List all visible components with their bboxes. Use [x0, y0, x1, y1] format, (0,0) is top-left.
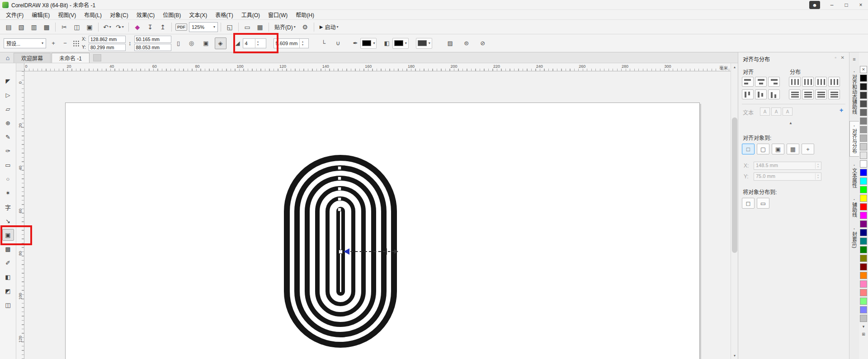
docker-tab-guidelines[interactable]: ▪辅助线: [849, 195, 859, 220]
tool-text[interactable]: 字: [2, 201, 14, 213]
object-width-field[interactable]: 50.165 mm: [134, 36, 171, 43]
undo-button[interactable]: ↶▾: [101, 22, 113, 33]
palette-swatch[interactable]: [860, 83, 867, 90]
palette-swatch[interactable]: [860, 160, 867, 168]
align-right-button[interactable]: [768, 77, 780, 87]
fullscreen-preview-button[interactable]: ◱: [224, 22, 236, 33]
palette-swatch[interactable]: [860, 143, 867, 150]
tool-artistic-media[interactable]: ✑: [2, 145, 14, 157]
doc-tab-welcome[interactable]: 欢迎屏幕: [14, 53, 51, 63]
align-top-button[interactable]: [742, 89, 754, 99]
docker-tab-alignment-dynamic-guides[interactable]: ▪对齐和动态辅助线: [849, 67, 859, 117]
selection-handle[interactable]: [338, 166, 341, 170]
palette-swatch[interactable]: [860, 280, 867, 288]
scrollbar-thumb[interactable]: [732, 117, 737, 253]
tool-outline-pen[interactable]: ◫: [2, 299, 14, 311]
distribute-bottom-edges-button[interactable]: [828, 89, 840, 99]
palette-swatch[interactable]: [860, 186, 867, 193]
x-position-field[interactable]: 128.862 mm: [89, 36, 126, 43]
scroll-up-icon[interactable]: ▴: [731, 63, 738, 70]
distribute-centers-horizontally-button[interactable]: [802, 77, 814, 87]
distribute-to-selection-extent-button[interactable]: ◻: [742, 198, 755, 209]
palette-swatch[interactable]: [860, 263, 867, 270]
offset-spinner[interactable]: ▴▾: [299, 39, 305, 48]
vertical-scrollbar[interactable]: ▴ ▾: [731, 63, 738, 359]
distribute-centers-vertically-button[interactable]: [802, 89, 814, 99]
tool-ellipse[interactable]: ○: [2, 173, 14, 185]
tool-zoom[interactable]: ⊕: [2, 117, 14, 129]
contour-shape[interactable]: [24, 71, 731, 359]
object-origin-selector[interactable]: [72, 40, 79, 47]
docker-flyout-icon[interactable]: ▫: [835, 55, 836, 60]
palette-swatch[interactable]: [860, 126, 867, 133]
palette-swatch[interactable]: [860, 177, 867, 185]
contour-offset-field[interactable]: 5.609 mm ▴▾: [274, 38, 309, 48]
selection-handle[interactable]: [338, 208, 341, 211]
palette-swatch[interactable]: [860, 306, 867, 313]
palette-swatch[interactable]: [860, 255, 867, 262]
palette-swatch[interactable]: [860, 203, 867, 210]
collapse-arrow-icon[interactable]: ▲: [789, 121, 793, 125]
menu-text[interactable]: 文本(X): [185, 9, 211, 20]
distribute-to-page-extent-button[interactable]: ▭: [757, 198, 769, 209]
vertical-ruler[interactable]: 020406080100120: [16, 71, 24, 359]
menu-help[interactable]: 帮助(H): [292, 9, 318, 20]
new-tab-button[interactable]: [93, 54, 101, 61]
menu-edit[interactable]: 编辑(E): [28, 9, 54, 20]
palette-swatch[interactable]: [860, 315, 867, 322]
contour-center-handle[interactable]: [339, 250, 343, 254]
palette-swatch-none[interactable]: ✕: [860, 66, 867, 73]
palette-swatch[interactable]: [860, 272, 867, 279]
miter-corners-button[interactable]: └: [318, 37, 330, 49]
align-to-specified-point-button[interactable]: +: [802, 144, 814, 154]
docker-tab-envelope[interactable]: ▪封套(E): [849, 224, 859, 252]
palette-expand-icon[interactable]: ⊞: [860, 331, 867, 337]
object-height-field[interactable]: 88.053 mm: [134, 44, 171, 51]
menu-tools[interactable]: 工具(O): [237, 9, 264, 20]
distribute-right-edges-button[interactable]: [828, 77, 840, 87]
contour-slider-handle[interactable]: [386, 248, 387, 255]
tool-color-eyedropper[interactable]: ✐: [2, 257, 14, 269]
palette-scroll-down-icon[interactable]: ▾: [860, 323, 867, 330]
snap-to-combo[interactable]: 贴齐(D)▾: [272, 22, 298, 32]
align-left-button[interactable]: [742, 77, 754, 87]
export-button[interactable]: ↥: [157, 22, 169, 33]
zoom-level-combo[interactable]: 125%▾: [189, 22, 218, 32]
account-icon[interactable]: ☻: [809, 1, 820, 9]
to-center-button[interactable]: ◎: [186, 37, 198, 49]
distribute-top-edges-button[interactable]: [789, 89, 801, 99]
tool-rectangle[interactable]: ▭: [2, 159, 14, 171]
search-content-button[interactable]: ◆: [132, 22, 143, 33]
selection-handle[interactable]: [338, 177, 341, 180]
drawing-canvas[interactable]: [24, 71, 731, 359]
palette-swatch[interactable]: [860, 220, 867, 228]
delete-preset-button[interactable]: −: [61, 39, 70, 48]
palette-swatch[interactable]: [860, 195, 867, 202]
text-first-baseline-button[interactable]: A: [760, 107, 770, 116]
copy-button[interactable]: ◫: [71, 22, 83, 33]
save-button[interactable]: ▥: [28, 22, 40, 33]
text-bounding-box-button[interactable]: A: [783, 107, 793, 116]
tool-smart-fill[interactable]: ◩: [2, 285, 14, 297]
docker-menu-icon[interactable]: ≡: [850, 55, 859, 63]
selection-handle[interactable]: [338, 197, 341, 201]
contour-direction-arrow[interactable]: [344, 248, 349, 255]
menu-effects[interactable]: 效果(C): [132, 9, 159, 20]
palette-swatch[interactable]: [860, 289, 867, 296]
distribute-spacing-vertically-button[interactable]: [815, 89, 827, 99]
align-center-horizontal-button[interactable]: [755, 77, 767, 87]
palette-swatch[interactable]: [860, 135, 867, 142]
menu-table[interactable]: 表格(T): [211, 9, 237, 20]
align-to-grid-button[interactable]: ▦: [787, 144, 799, 154]
palette-swatch[interactable]: [860, 212, 867, 219]
print-button[interactable]: ▩: [41, 22, 52, 33]
palette-swatch[interactable]: [860, 246, 867, 253]
options-button[interactable]: ⚙: [299, 22, 311, 33]
outline-color-picker[interactable]: ▾: [360, 38, 377, 49]
tool-freehand[interactable]: ✎: [2, 131, 14, 143]
new-document-button[interactable]: ▤: [3, 22, 14, 33]
selection-handle[interactable]: [338, 187, 341, 191]
menu-view[interactable]: 视图(V): [54, 9, 80, 20]
fill-color-picker[interactable]: ▾: [392, 38, 409, 49]
palette-swatch[interactable]: [860, 75, 867, 82]
